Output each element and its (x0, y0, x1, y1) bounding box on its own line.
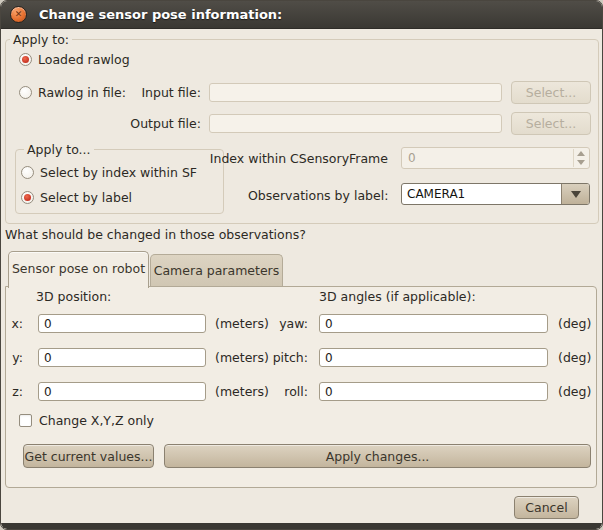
position-heading: 3D position: (36, 289, 111, 304)
titlebar[interactable]: ✕ Change sensor pose information: (1, 1, 602, 29)
close-icon[interactable]: ✕ (10, 6, 27, 23)
observations-by-label-label: Observations by label: (248, 188, 388, 203)
input-file-field[interactable] (209, 83, 502, 102)
window-bottom-border (1, 523, 602, 529)
yaw-label: yaw: (258, 316, 308, 331)
select-input-file-button[interactable]: Select... (511, 81, 591, 104)
apply-changes-button[interactable]: Apply changes... (164, 444, 591, 468)
x-label: x: (3, 316, 23, 331)
spinner-arrows[interactable] (573, 149, 588, 167)
index-within-sf-label: Index within CSensoryFrame (208, 151, 388, 166)
select-by-index-radio[interactable] (21, 166, 34, 179)
change-xyz-only-checkbox[interactable] (19, 414, 32, 427)
observations-by-label-combo[interactable]: CAMERA1 (401, 183, 590, 205)
yaw-input[interactable] (319, 314, 548, 333)
question-label: What should be changed in those observat… (5, 227, 306, 242)
roll-unit-label: (deg) (558, 384, 591, 399)
pitch-unit-label: (deg) (558, 350, 591, 365)
change-sensor-pose-dialog: ✕ Change sensor pose information: Apply … (0, 0, 603, 530)
select-by-label-radio-label[interactable]: Select by label (40, 190, 132, 205)
select-by-label-radio[interactable] (21, 191, 34, 204)
index-within-sf-spinner[interactable]: 0 (401, 147, 590, 169)
roll-label: roll: (258, 384, 308, 399)
spinner-up-icon[interactable] (577, 151, 585, 156)
chevron-down-icon (571, 191, 581, 198)
change-xyz-only-label[interactable]: Change X,Y,Z only (39, 413, 154, 428)
pitch-label: pitch: (258, 350, 308, 365)
tab-camera-parameters[interactable]: Camera parameters (150, 254, 283, 287)
window-title: Change sensor pose information: (39, 1, 282, 28)
y-position-input[interactable] (38, 348, 206, 367)
get-current-values-button[interactable]: Get current values... (23, 444, 154, 468)
apply-to-frame-label: Apply to: (10, 32, 72, 47)
select-by-index-radio-label[interactable]: Select by index within SF (40, 165, 197, 180)
x-position-input[interactable] (38, 314, 206, 333)
rawlog-in-file-radio-label[interactable]: Rawlog in file: (38, 85, 126, 100)
loaded-rawlog-radio[interactable] (19, 53, 32, 66)
output-file-label: Output file: (121, 116, 201, 131)
cancel-button[interactable]: Cancel (514, 496, 579, 519)
z-label: z: (3, 384, 23, 399)
output-file-field[interactable] (209, 114, 502, 133)
angles-heading: 3D angles (if applicable): (319, 289, 476, 304)
apply-to-inner-frame-label: Apply to... (24, 142, 94, 157)
select-output-file-button[interactable]: Select... (511, 112, 591, 135)
rawlog-in-file-radio[interactable] (19, 86, 32, 99)
yaw-unit-label: (deg) (558, 316, 591, 331)
pitch-input[interactable] (319, 348, 548, 367)
z-position-input[interactable] (38, 382, 206, 401)
loaded-rawlog-radio-label[interactable]: Loaded rawlog (38, 52, 130, 67)
index-within-sf-value: 0 (408, 148, 416, 168)
spinner-down-icon[interactable] (577, 160, 585, 165)
roll-input[interactable] (319, 382, 548, 401)
combo-drop-button[interactable] (561, 184, 589, 204)
y-label: y: (3, 350, 23, 365)
tab-sensor-pose[interactable]: Sensor pose on robot (8, 251, 149, 288)
input-file-label: Input file: (121, 85, 201, 100)
observations-by-label-value: CAMERA1 (407, 184, 465, 204)
